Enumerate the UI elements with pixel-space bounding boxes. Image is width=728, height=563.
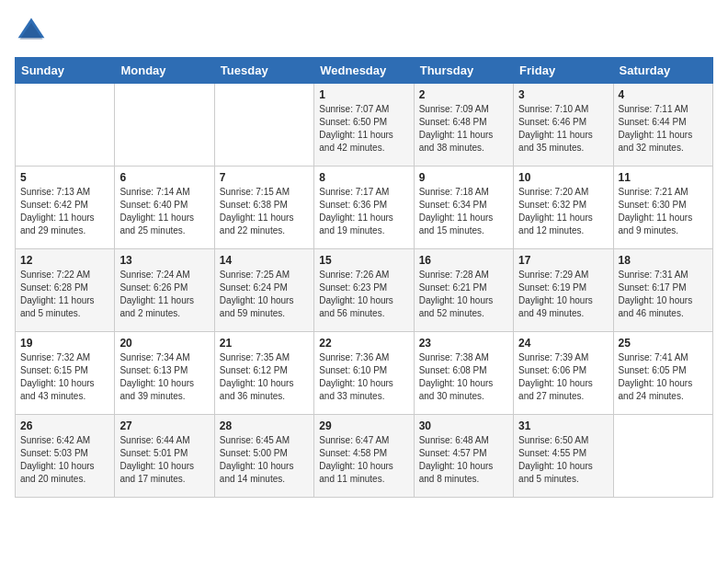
week-row-2: 5Sunrise: 7:13 AM Sunset: 6:42 PM Daylig… bbox=[16, 167, 713, 249]
day-cell: 20Sunrise: 7:34 AM Sunset: 6:13 PM Dayli… bbox=[115, 332, 214, 415]
day-info: Sunrise: 7:26 AM Sunset: 6:23 PM Dayligh… bbox=[319, 269, 408, 320]
day-info: Sunrise: 7:25 AM Sunset: 6:24 PM Dayligh… bbox=[220, 269, 309, 320]
day-info: Sunrise: 6:50 AM Sunset: 4:55 PM Dayligh… bbox=[518, 434, 608, 486]
day-number: 30 bbox=[419, 419, 508, 432]
day-cell: 15Sunrise: 7:26 AM Sunset: 6:23 PM Dayli… bbox=[314, 249, 414, 332]
day-info: Sunrise: 6:42 AM Sunset: 5:03 PM Dayligh… bbox=[20, 434, 109, 486]
day-header-tuesday: Tuesday bbox=[214, 58, 313, 84]
day-cell: 23Sunrise: 7:38 AM Sunset: 6:08 PM Dayli… bbox=[414, 332, 513, 415]
day-info: Sunrise: 7:07 AM Sunset: 6:50 PM Dayligh… bbox=[319, 103, 408, 155]
week-row-4: 19Sunrise: 7:32 AM Sunset: 6:15 PM Dayli… bbox=[16, 332, 713, 415]
day-cell: 12Sunrise: 7:22 AM Sunset: 6:28 PM Dayli… bbox=[16, 249, 115, 332]
day-number: 3 bbox=[518, 88, 608, 101]
day-header-monday: Monday bbox=[115, 58, 214, 84]
day-cell: 6Sunrise: 7:14 AM Sunset: 6:40 PM Daylig… bbox=[115, 167, 214, 249]
day-number: 28 bbox=[220, 419, 309, 432]
day-number: 9 bbox=[419, 171, 508, 184]
day-number: 10 bbox=[518, 171, 608, 184]
day-info: Sunrise: 7:11 AM Sunset: 6:44 PM Dayligh… bbox=[619, 103, 708, 155]
day-number: 27 bbox=[119, 419, 209, 432]
header-row: SundayMondayTuesdayWednesdayThursdayFrid… bbox=[16, 58, 713, 84]
day-number: 4 bbox=[619, 88, 708, 101]
day-number: 2 bbox=[419, 88, 508, 101]
week-row-1: 1Sunrise: 7:07 AM Sunset: 6:50 PM Daylig… bbox=[16, 84, 713, 167]
day-info: Sunrise: 7:38 AM Sunset: 6:08 PM Dayligh… bbox=[419, 351, 508, 403]
day-cell: 26Sunrise: 6:42 AM Sunset: 5:03 PM Dayli… bbox=[16, 415, 115, 498]
day-info: Sunrise: 7:34 AM Sunset: 6:13 PM Dayligh… bbox=[119, 351, 209, 403]
page-header bbox=[15, 15, 713, 48]
day-info: Sunrise: 6:44 AM Sunset: 5:01 PM Dayligh… bbox=[119, 434, 209, 486]
day-number: 6 bbox=[119, 171, 209, 184]
day-number: 20 bbox=[119, 337, 209, 350]
day-info: Sunrise: 7:22 AM Sunset: 6:28 PM Dayligh… bbox=[20, 269, 109, 320]
day-number: 14 bbox=[220, 254, 309, 267]
day-info: Sunrise: 6:47 AM Sunset: 4:58 PM Dayligh… bbox=[319, 434, 408, 486]
day-info: Sunrise: 7:14 AM Sunset: 6:40 PM Dayligh… bbox=[119, 186, 209, 237]
day-number: 21 bbox=[220, 337, 309, 350]
day-number: 16 bbox=[419, 254, 508, 267]
day-cell: 5Sunrise: 7:13 AM Sunset: 6:42 PM Daylig… bbox=[16, 167, 115, 249]
day-number: 25 bbox=[619, 337, 708, 350]
day-number: 24 bbox=[518, 337, 608, 350]
day-number: 11 bbox=[619, 171, 708, 184]
day-cell: 25Sunrise: 7:41 AM Sunset: 6:05 PM Dayli… bbox=[613, 332, 712, 415]
day-info: Sunrise: 7:36 AM Sunset: 6:10 PM Dayligh… bbox=[319, 351, 408, 403]
day-info: Sunrise: 7:32 AM Sunset: 6:15 PM Dayligh… bbox=[20, 351, 109, 403]
day-cell: 14Sunrise: 7:25 AM Sunset: 6:24 PM Dayli… bbox=[214, 249, 313, 332]
day-cell: 11Sunrise: 7:21 AM Sunset: 6:30 PM Dayli… bbox=[613, 167, 712, 249]
day-number: 31 bbox=[518, 419, 608, 432]
day-info: Sunrise: 7:39 AM Sunset: 6:06 PM Dayligh… bbox=[518, 351, 608, 403]
day-cell: 10Sunrise: 7:20 AM Sunset: 6:32 PM Dayli… bbox=[514, 167, 613, 249]
day-cell: 31Sunrise: 6:50 AM Sunset: 4:55 PM Dayli… bbox=[514, 415, 613, 498]
day-header-friday: Friday bbox=[514, 58, 613, 84]
day-number: 15 bbox=[319, 254, 408, 267]
day-cell: 28Sunrise: 6:45 AM Sunset: 5:00 PM Dayli… bbox=[214, 415, 313, 498]
day-info: Sunrise: 7:41 AM Sunset: 6:05 PM Dayligh… bbox=[619, 351, 708, 403]
day-cell: 30Sunrise: 6:48 AM Sunset: 4:57 PM Dayli… bbox=[414, 415, 513, 498]
day-info: Sunrise: 7:28 AM Sunset: 6:21 PM Dayligh… bbox=[419, 269, 508, 320]
day-cell: 3Sunrise: 7:10 AM Sunset: 6:46 PM Daylig… bbox=[514, 84, 613, 167]
day-info: Sunrise: 6:48 AM Sunset: 4:57 PM Dayligh… bbox=[419, 434, 508, 486]
day-cell: 4Sunrise: 7:11 AM Sunset: 6:44 PM Daylig… bbox=[613, 84, 712, 167]
day-cell: 22Sunrise: 7:36 AM Sunset: 6:10 PM Dayli… bbox=[314, 332, 414, 415]
day-number: 17 bbox=[518, 254, 608, 267]
day-cell: 24Sunrise: 7:39 AM Sunset: 6:06 PM Dayli… bbox=[514, 332, 613, 415]
day-number: 23 bbox=[419, 337, 508, 350]
day-number: 18 bbox=[619, 254, 708, 267]
day-number: 19 bbox=[20, 337, 109, 350]
day-number: 22 bbox=[319, 337, 408, 350]
day-cell: 16Sunrise: 7:28 AM Sunset: 6:21 PM Dayli… bbox=[414, 249, 513, 332]
day-number: 29 bbox=[319, 419, 408, 432]
day-cell: 19Sunrise: 7:32 AM Sunset: 6:15 PM Dayli… bbox=[16, 332, 115, 415]
day-info: Sunrise: 7:21 AM Sunset: 6:30 PM Dayligh… bbox=[619, 186, 708, 237]
day-header-thursday: Thursday bbox=[414, 58, 513, 84]
day-cell: 13Sunrise: 7:24 AM Sunset: 6:26 PM Dayli… bbox=[115, 249, 214, 332]
logo bbox=[15, 15, 51, 48]
day-info: Sunrise: 7:15 AM Sunset: 6:38 PM Dayligh… bbox=[220, 186, 309, 237]
day-cell: 18Sunrise: 7:31 AM Sunset: 6:17 PM Dayli… bbox=[613, 249, 712, 332]
day-cell: 17Sunrise: 7:29 AM Sunset: 6:19 PM Dayli… bbox=[514, 249, 613, 332]
day-number: 1 bbox=[319, 88, 408, 101]
day-info: Sunrise: 7:35 AM Sunset: 6:12 PM Dayligh… bbox=[220, 351, 309, 403]
day-info: Sunrise: 7:13 AM Sunset: 6:42 PM Dayligh… bbox=[20, 186, 109, 237]
day-cell: 9Sunrise: 7:18 AM Sunset: 6:34 PM Daylig… bbox=[414, 167, 513, 249]
day-header-sunday: Sunday bbox=[16, 58, 115, 84]
day-cell bbox=[214, 84, 313, 167]
day-info: Sunrise: 7:24 AM Sunset: 6:26 PM Dayligh… bbox=[119, 269, 209, 320]
day-number: 13 bbox=[119, 254, 209, 267]
day-info: Sunrise: 7:09 AM Sunset: 6:48 PM Dayligh… bbox=[419, 103, 508, 155]
day-info: Sunrise: 7:29 AM Sunset: 6:19 PM Dayligh… bbox=[518, 269, 608, 320]
day-number: 8 bbox=[319, 171, 408, 184]
day-info: Sunrise: 7:20 AM Sunset: 6:32 PM Dayligh… bbox=[518, 186, 608, 237]
day-cell: 7Sunrise: 7:15 AM Sunset: 6:38 PM Daylig… bbox=[214, 167, 313, 249]
day-header-saturday: Saturday bbox=[613, 58, 712, 84]
day-cell: 21Sunrise: 7:35 AM Sunset: 6:12 PM Dayli… bbox=[214, 332, 313, 415]
logo-icon bbox=[15, 15, 48, 48]
day-info: Sunrise: 7:31 AM Sunset: 6:17 PM Dayligh… bbox=[619, 269, 708, 320]
day-number: 7 bbox=[220, 171, 309, 184]
day-number: 5 bbox=[20, 171, 109, 184]
day-info: Sunrise: 7:10 AM Sunset: 6:46 PM Dayligh… bbox=[518, 103, 608, 155]
week-row-3: 12Sunrise: 7:22 AM Sunset: 6:28 PM Dayli… bbox=[16, 249, 713, 332]
week-row-5: 26Sunrise: 6:42 AM Sunset: 5:03 PM Dayli… bbox=[16, 415, 713, 498]
day-info: Sunrise: 7:17 AM Sunset: 6:36 PM Dayligh… bbox=[319, 186, 408, 237]
